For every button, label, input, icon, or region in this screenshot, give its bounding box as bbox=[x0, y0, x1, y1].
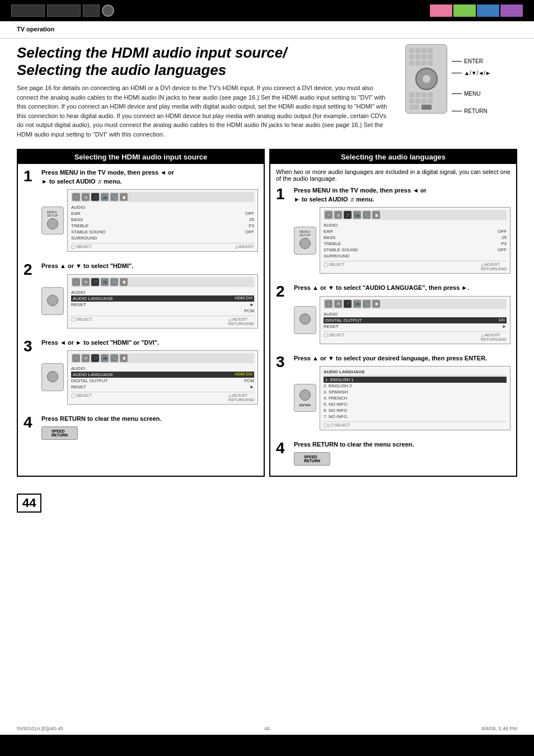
remote-button bbox=[428, 92, 433, 97]
menu-screen-r1: ♫ ⚙ 🎵 📺 🔧 📋 AUDIO EAROFF BASS25 TREBLEP3 bbox=[320, 207, 510, 274]
menu-icon-r1-3: 🎵 bbox=[344, 211, 352, 219]
right-section-content: When two or more audio languages are inc… bbox=[270, 164, 516, 476]
menu-row-reset-s2: RESET► bbox=[71, 302, 254, 308]
two-column-layout: Selecting the HDMI audio input source 1 … bbox=[0, 149, 534, 477]
right-step-2-number: 2 bbox=[276, 284, 289, 299]
left-step-1: 1 Press MENU in the TV mode, then press … bbox=[24, 168, 258, 256]
menu-row-r3-ni2: 6. NO INFO bbox=[324, 407, 507, 414]
remote-button bbox=[428, 48, 433, 53]
footer-right: 8/4/06, 5:46 PM bbox=[481, 726, 517, 731]
right-step-2-mockup: ♫ ⚙ 🎵 📺 🔧 📋 AUDIO DIGITAL OUTPUT12u RESE… bbox=[294, 296, 510, 344]
remote-circle-icon-3 bbox=[47, 371, 58, 382]
menu-icon-r2-5: 🔧 bbox=[363, 300, 371, 308]
menu-icon-r2-2: ⚙ bbox=[334, 300, 342, 308]
return-button-graphic-r: SPEEDRETURN bbox=[294, 452, 330, 466]
top-bar-block-1 bbox=[11, 4, 45, 17]
left-step-2-text: Press ▲ or ▼ to select "HDMI". bbox=[41, 262, 258, 270]
menu-row-pcm-s2: PCM bbox=[71, 308, 254, 314]
nav-label-row: ▲/▼/◄/► bbox=[452, 67, 491, 79]
right-step-1-number: 1 bbox=[276, 186, 289, 202]
top-bar-left-blocks bbox=[11, 4, 114, 17]
title-line2: Selecting the audio languages bbox=[17, 62, 226, 78]
color-block-purple bbox=[500, 4, 523, 17]
menu-icon-1: ♫ bbox=[72, 193, 80, 201]
remote-circle-icon-r1 bbox=[299, 238, 311, 249]
left-section: Selecting the HDMI audio input source 1 … bbox=[17, 149, 265, 477]
right-step-4-btn: SPEEDRETURN bbox=[294, 452, 510, 466]
right-step-3-mockup: ENTER AUDIO LANGUAGE 1. ENGLISH 1 2. ENG… bbox=[294, 366, 510, 430]
top-decorative-bar bbox=[0, 0, 534, 21]
right-step-3-content: Press ▲ or ▼ to select your desired lang… bbox=[294, 354, 510, 435]
remote-labels: ENTER ▲/▼/◄/► MENU RETURN bbox=[452, 55, 491, 117]
remote-button bbox=[409, 60, 414, 65]
nav-label-line bbox=[452, 73, 462, 73]
remote-graphic bbox=[405, 44, 447, 114]
menu-row-hdmi-s3: AUDIO LANGUAGEHDMI DVI bbox=[71, 372, 254, 378]
menu-row-r3-title: AUDIO LANGUAGE bbox=[324, 369, 507, 375]
menu-row-reset-s3: RESET► bbox=[71, 384, 254, 390]
remote-button bbox=[415, 54, 420, 59]
menu-row-digital-s3: DIGITAL OUTPUTPCM bbox=[71, 378, 254, 384]
left-step-1-content: Press MENU in the TV mode, then press ◄ … bbox=[41, 168, 258, 256]
remote-button bbox=[409, 98, 414, 104]
menu-row-r3-ni1: 5. NO INFO bbox=[324, 401, 507, 407]
page-number: 44 bbox=[17, 494, 41, 513]
menu-label-line bbox=[452, 93, 462, 94]
main-title-area: Selecting the HDMI audio input source/ S… bbox=[0, 39, 534, 144]
left-step-2-mockup: ♫ ⚙ 🎵 📺 🔧 📋 AUDIO AUDIO LANGUAGEHDMI DVI… bbox=[41, 274, 258, 328]
menu-row-r1-stable: STABLE SOUNDOFF bbox=[324, 247, 507, 253]
left-section-content: 1 Press MENU in the TV mode, then press … bbox=[18, 164, 264, 450]
menu-row-r2-reset: RESET► bbox=[324, 323, 507, 330]
left-step-3-mockup: ♫ ⚙ 🎵 📺 🔧 📋 AUDIO AUDIO LANGUAGEHDMI DVI… bbox=[41, 350, 258, 405]
menu-screen-3: ♫ ⚙ 🎵 📺 🔧 📋 AUDIO AUDIO LANGUAGEHDMI DVI… bbox=[67, 350, 258, 405]
menu-row-bass: BASS25 bbox=[71, 217, 254, 223]
remote-small-r1: MENU/SETUP bbox=[294, 227, 316, 255]
menu-label-row: MENU bbox=[452, 88, 491, 100]
menu-icon-r1-1: ♫ bbox=[325, 211, 332, 219]
top-bar-block-2 bbox=[47, 4, 81, 17]
nav-label: ▲/▼/◄/► bbox=[464, 67, 491, 79]
menu-icon-s3-3: 🎵 bbox=[91, 354, 99, 362]
right-step-2-content: Press ▲ or ▼ to select "AUDIO LANGUAGE",… bbox=[294, 284, 510, 348]
menu-row-r1-audio: AUDIO bbox=[324, 222, 507, 228]
left-step-3: 3 Press ◄ or ► to select "HDMI" or "DVI"… bbox=[24, 339, 258, 409]
top-bar-circle bbox=[102, 4, 114, 17]
menu-icon-r1-6: 📋 bbox=[372, 211, 380, 219]
menu-icon-r2-6: 📋 bbox=[372, 300, 380, 308]
remote-circle-icon bbox=[47, 218, 58, 229]
menu-icon-s3-2: ⚙ bbox=[82, 354, 90, 362]
menu-row-r1-treble: TREBLEP3 bbox=[324, 241, 507, 247]
remote-diagram: ENTER ▲/▼/◄/► MENU RETURN bbox=[405, 44, 517, 139]
right-step-4-text: Press RETURN to clear the menu screen. bbox=[294, 440, 510, 449]
remote-small-r2 bbox=[294, 306, 316, 334]
remote-small-r3: ENTER bbox=[294, 384, 316, 412]
footer-center: 44 bbox=[264, 726, 270, 731]
left-step-1-mockup: MENUSETUP ♫ ⚙ 🎵 📺 🔧 📋 bbox=[41, 189, 258, 252]
menu-icon-s2-1: ♫ bbox=[72, 278, 80, 286]
return-label-row: RETURN bbox=[452, 105, 491, 117]
menu-icon-2: ⚙ bbox=[82, 193, 90, 201]
return-button-graphic: SPEEDRETURN bbox=[41, 426, 78, 440]
right-step-3-number: 3 bbox=[276, 354, 289, 370]
right-step-4: 4 Press RETURN to clear the menu screen.… bbox=[276, 440, 510, 466]
color-block-pink bbox=[430, 4, 452, 17]
remote-circle-icon-r2 bbox=[299, 313, 311, 325]
remote-button bbox=[428, 60, 433, 65]
menu-row-r2-audio: AUDIO bbox=[324, 311, 507, 317]
remote-button bbox=[421, 54, 427, 59]
remote-button bbox=[421, 98, 427, 104]
menu-bottom-r2: ◯:SELECT△:ADJUSTRETURN:END bbox=[324, 331, 507, 341]
right-step-1: 1 Press MENU in the TV mode, then press … bbox=[276, 186, 510, 278]
enter-label: ENTER bbox=[464, 55, 483, 67]
remote-button bbox=[428, 98, 433, 104]
menu-icon-s2-5: 🔧 bbox=[110, 278, 118, 286]
title-line1: Selecting the HDMI audio input source/ bbox=[17, 44, 287, 61]
menu-row-surround: SURROUND bbox=[71, 235, 254, 241]
menu-screen-r2: ♫ ⚙ 🎵 📺 🔧 📋 AUDIO DIGITAL OUTPUT12u RESE… bbox=[320, 296, 510, 344]
menu-row-r3-en1: 1. ENGLISH 1 bbox=[324, 377, 507, 383]
menu-row-r1-surround: SURROUND bbox=[324, 253, 507, 259]
remote-small-3 bbox=[41, 363, 64, 391]
menu-bottom-s2: ◯:SELECT△:ADJUSTRETURN:END bbox=[71, 316, 254, 326]
left-step-4-number: 4 bbox=[24, 415, 37, 430]
right-step-2-text: Press ▲ or ▼ to select "AUDIO LANGUAGE",… bbox=[294, 284, 510, 292]
